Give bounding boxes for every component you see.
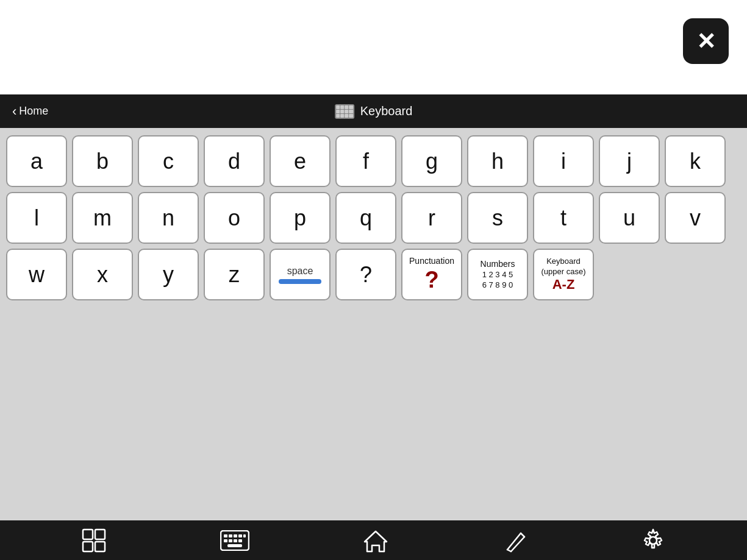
key-question-mark[interactable]: ? <box>335 249 396 300</box>
key-punctuation[interactable]: Punctuation ? <box>401 249 462 300</box>
chevron-left-icon: ‹ <box>12 104 16 119</box>
space-label: space <box>287 266 313 277</box>
keyboard-area: a b c d e f g h i j k l m n o p q r s t … <box>0 128 747 311</box>
svg-rect-3 <box>95 542 105 551</box>
key-d[interactable]: d <box>204 135 265 187</box>
key-k[interactable]: k <box>665 135 726 187</box>
svg-rect-2 <box>83 542 93 551</box>
gear-icon <box>641 528 665 553</box>
numbers-row1: 1 2 3 4 5 <box>482 270 513 280</box>
key-w[interactable]: w <box>6 249 67 300</box>
svg-line-19 <box>507 550 511 551</box>
close-button[interactable]: ✕ <box>683 18 729 64</box>
svg-rect-9 <box>243 534 246 537</box>
svg-rect-11 <box>229 539 232 542</box>
svg-rect-1 <box>95 530 105 539</box>
key-y[interactable]: y <box>138 249 199 300</box>
nav-bar: ‹ Home Keyboard <box>0 94 747 128</box>
svg-rect-5 <box>224 534 227 537</box>
bottom-toolbar <box>0 520 747 560</box>
pencil-icon <box>502 528 527 553</box>
key-e[interactable]: e <box>270 135 331 187</box>
grid-icon <box>82 528 106 553</box>
key-n[interactable]: n <box>138 192 199 244</box>
keyboard-button[interactable] <box>220 530 249 551</box>
key-row-1: a b c d e f g h i j k <box>6 135 741 187</box>
key-f[interactable]: f <box>335 135 396 187</box>
key-z[interactable]: z <box>204 249 265 300</box>
key-v[interactable]: v <box>665 192 726 244</box>
key-u[interactable]: u <box>599 192 660 244</box>
pencil-button[interactable] <box>502 528 527 553</box>
key-t[interactable]: t <box>533 192 594 244</box>
key-b[interactable]: b <box>72 135 133 187</box>
key-row-3: w x y z space ? Punctuation ? Numbers 1 … <box>6 249 741 300</box>
key-keyboard-upper[interactable]: Keyboard(upper case) A-Z <box>533 249 594 300</box>
keyboard-upper-label: Keyboard(upper case) <box>541 257 586 277</box>
svg-marker-15 <box>365 531 387 551</box>
svg-rect-10 <box>224 539 227 542</box>
grid-button[interactable] <box>82 528 106 553</box>
svg-rect-7 <box>234 534 237 537</box>
keyboard-upper-icon: A-Z <box>552 277 575 292</box>
punctuation-label: Punctuation <box>409 256 454 266</box>
home-icon <box>363 528 388 553</box>
key-i[interactable]: i <box>533 135 594 187</box>
svg-line-17 <box>521 533 524 537</box>
keyboard-nav-icon <box>335 104 354 119</box>
punctuation-icon: ? <box>424 267 438 293</box>
home-nav-link[interactable]: ‹ Home <box>12 104 48 119</box>
svg-rect-14 <box>227 544 242 547</box>
key-x[interactable]: x <box>72 249 133 300</box>
svg-line-18 <box>511 537 524 551</box>
key-q[interactable]: q <box>335 192 396 244</box>
top-area: ✕ <box>0 0 747 94</box>
home-nav-label: Home <box>19 105 48 118</box>
key-g[interactable]: g <box>401 135 462 187</box>
svg-rect-0 <box>83 530 93 539</box>
key-row-2: l m n o p q r s t u v <box>6 192 741 244</box>
key-a[interactable]: a <box>6 135 67 187</box>
close-icon: ✕ <box>696 30 716 53</box>
key-h[interactable]: h <box>467 135 528 187</box>
key-p[interactable]: p <box>270 192 331 244</box>
keyboard-bottom-icon <box>220 530 249 551</box>
key-j[interactable]: j <box>599 135 660 187</box>
page-title: Keyboard <box>360 104 413 118</box>
key-numbers[interactable]: Numbers 1 2 3 4 5 6 7 8 9 0 <box>467 249 528 300</box>
svg-rect-12 <box>234 539 237 542</box>
home-button[interactable] <box>363 528 388 553</box>
key-m[interactable]: m <box>72 192 133 244</box>
nav-title: Keyboard <box>335 104 413 119</box>
numbers-label: Numbers <box>481 259 515 269</box>
key-r[interactable]: r <box>401 192 462 244</box>
key-s[interactable]: s <box>467 192 528 244</box>
svg-rect-8 <box>238 534 242 537</box>
svg-rect-13 <box>238 539 242 542</box>
key-o[interactable]: o <box>204 192 265 244</box>
key-space[interactable]: space <box>270 249 331 300</box>
numbers-row2: 6 7 8 9 0 <box>482 280 513 291</box>
space-bar-icon <box>279 279 321 284</box>
svg-rect-6 <box>229 534 232 537</box>
key-l[interactable]: l <box>6 192 67 244</box>
settings-button[interactable] <box>641 528 665 553</box>
key-c[interactable]: c <box>138 135 199 187</box>
